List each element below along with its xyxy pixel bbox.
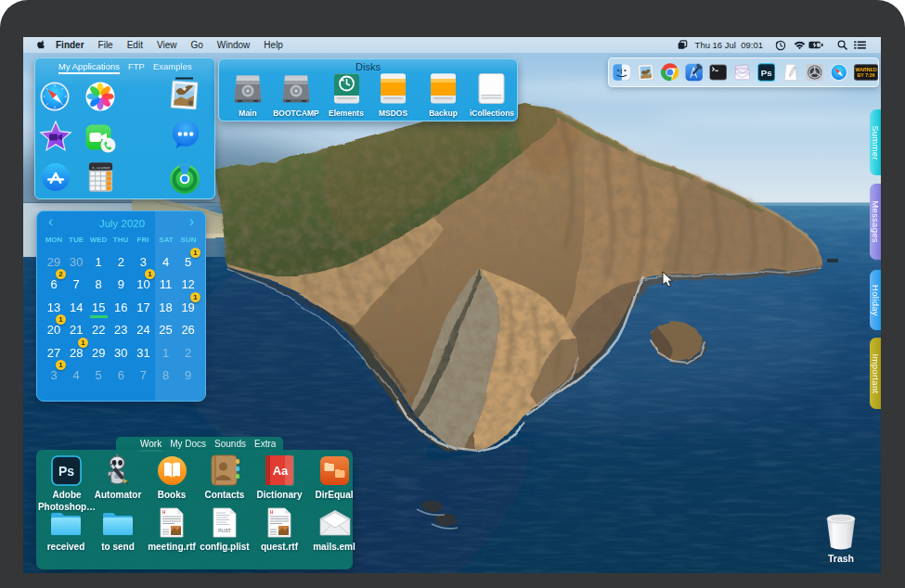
svg-text:H: H xyxy=(162,510,165,515)
svg-text:WARNED: WARNED xyxy=(855,67,877,72)
svg-text:Aa: Aa xyxy=(273,464,289,478)
svg-text:Ps: Ps xyxy=(761,68,772,78)
svg-text:H: H xyxy=(270,510,273,515)
svg-text:PLIST: PLIST xyxy=(218,529,231,533)
svg-text:BY 7:36: BY 7:36 xyxy=(857,72,874,78)
svg-text:3.141593: 3.141593 xyxy=(92,166,110,170)
svg-text:Ps: Ps xyxy=(58,464,74,479)
